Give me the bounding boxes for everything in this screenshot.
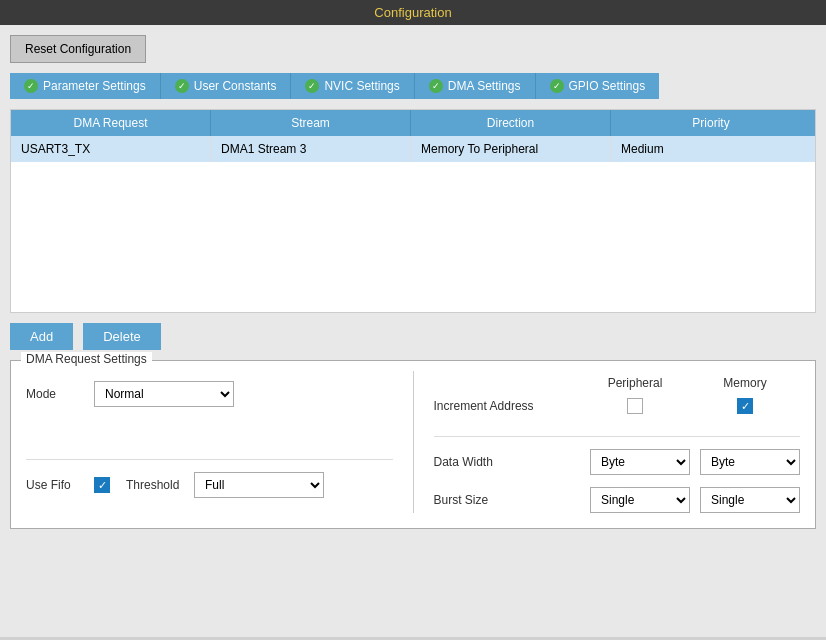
cell-direction: Memory To Peripheral [411,136,611,162]
check-icon-dma: ✓ [429,79,443,93]
memory-data-width-select[interactable]: ByteHalf WordWord [700,449,800,475]
memory-burst-size-select[interactable]: SingleINCR4INCR8INCR16 [700,487,800,513]
tab-dma-settings[interactable]: ✓ DMA Settings [415,73,536,99]
col-header-dma-request: DMA Request [11,110,211,136]
tab-gpio-settings[interactable]: ✓ GPIO Settings [536,73,660,99]
threshold-label: Threshold [126,478,186,492]
col-header-direction: Direction [411,110,611,136]
peripheral-burst-size-select[interactable]: SingleINCR4INCR8INCR16 [590,487,690,513]
memory-increment-checkbox[interactable]: ✓ [737,398,753,414]
check-icon-user: ✓ [175,79,189,93]
threshold-select[interactable]: Full Half Quarter Three Quarter [194,472,324,498]
tab-parameter-settings[interactable]: ✓ Parameter Settings [10,73,161,99]
cell-priority: Medium [611,136,811,162]
settings-legend: DMA Request Settings [21,352,152,366]
dma-request-settings: DMA Request Settings Mode Normal Circula… [10,360,816,529]
title-label: Configuration [374,5,451,20]
action-buttons: Add Delete [10,323,816,350]
check-icon-param: ✓ [24,79,38,93]
check-icon-gpio: ✓ [550,79,564,93]
cell-stream: DMA1 Stream 3 [211,136,411,162]
cell-dma-request: USART3_TX [11,136,211,162]
delete-button[interactable]: Delete [83,323,161,350]
use-fifo-checkbox[interactable]: ✓ [94,477,110,493]
use-fifo-label: Use Fifo [26,478,86,492]
dma-table: DMA Request Stream Direction Priority US… [10,109,816,313]
table-empty-area [11,162,815,312]
reset-configuration-button[interactable]: Reset Configuration [10,35,146,63]
peripheral-increment-checkbox[interactable] [627,398,643,414]
mode-row: Mode Normal Circular [26,381,393,407]
add-button[interactable]: Add [10,323,73,350]
check-icon-nvic: ✓ [305,79,319,93]
fifo-threshold-row: Use Fifo ✓ Threshold Full Half Quarter T… [26,472,393,498]
table-row[interactable]: USART3_TX DMA1 Stream 3 Memory To Periph… [11,136,815,162]
table-header: DMA Request Stream Direction Priority [11,110,815,136]
tabs-bar: ✓ Parameter Settings ✓ User Constants ✓ … [10,73,816,99]
mode-select[interactable]: Normal Circular [94,381,234,407]
mode-label: Mode [26,387,86,401]
col-header-stream: Stream [211,110,411,136]
peripheral-data-width-select[interactable]: ByteHalf WordWord [590,449,690,475]
tab-user-constants[interactable]: ✓ User Constants [161,73,292,99]
main-content: Reset Configuration ✓ Parameter Settings… [0,25,826,637]
title-bar: Configuration [0,0,826,25]
col-header-priority: Priority [611,110,811,136]
tab-nvic-settings[interactable]: ✓ NVIC Settings [291,73,414,99]
